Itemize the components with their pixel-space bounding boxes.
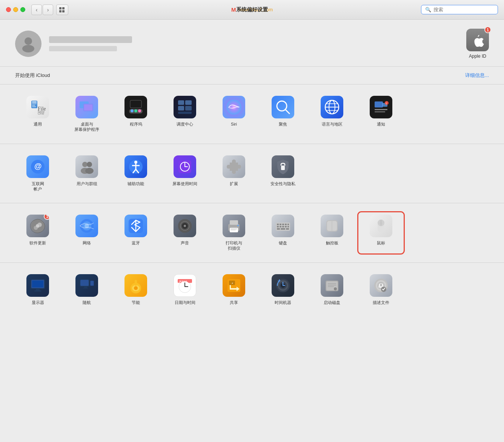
timemachine-icon (272, 274, 294, 297)
svg-rect-55 (281, 166, 285, 170)
svg-rect-101 (34, 290, 41, 292)
trackpad-icon (321, 215, 343, 237)
item-desktop[interactable]: 桌面与屏幕保护程序 (64, 94, 109, 135)
notifications-label: 通知 (377, 121, 385, 127)
item-siri[interactable]: Siri (211, 94, 257, 135)
item-keyboard[interactable]: 键盘 (260, 212, 306, 253)
svg-point-5 (22, 45, 34, 52)
accounts-icons-grid: @ 互联网帐户 用户与群组 (15, 153, 489, 194)
personal-icons-grid: File New One 通用 桌面与屏幕保护程序 (15, 94, 489, 135)
item-general[interactable]: File New One 通用 (15, 94, 60, 135)
avatar-icon (19, 34, 38, 53)
svg-rect-75 (230, 230, 236, 230)
energy-label: 节能 (132, 300, 140, 305)
item-software[interactable]: 1 软件更新 (15, 212, 60, 253)
item-spotlight[interactable]: 聚焦 (260, 94, 306, 135)
item-datetime[interactable]: JUL 18 日期与时间 (162, 272, 207, 307)
item-startup[interactable]: 启动磁盘 (309, 272, 355, 307)
svg-rect-22 (178, 100, 184, 105)
sidecar-label: 随航 (83, 300, 91, 305)
svg-rect-121 (229, 281, 235, 285)
item-mouse[interactable]: 鼠标 (358, 212, 404, 253)
item-sharing[interactable]: 共享 (211, 272, 257, 307)
back-button[interactable]: ‹ (31, 5, 42, 15)
svg-rect-38 (375, 111, 385, 112)
svg-rect-1 (62, 7, 65, 9)
sound-label: 声音 (181, 240, 189, 246)
item-users[interactable]: 用户与群组 (64, 153, 109, 194)
svg-rect-16 (84, 104, 92, 110)
item-profiles[interactable]: 描述文件 (358, 272, 404, 307)
svg-rect-107 (84, 287, 87, 288)
item-displays[interactable]: 显示器 (15, 272, 60, 307)
item-language[interactable]: 语言与地区 (309, 94, 355, 135)
profile-detail-blurred (49, 46, 117, 51)
item-extensions[interactable]: 扩展 (211, 153, 257, 194)
spotlight-icon (272, 96, 294, 118)
close-button[interactable] (6, 7, 11, 12)
users-icon (75, 155, 98, 178)
avatar[interactable] (15, 31, 41, 57)
item-notifications[interactable]: ! 通知 (358, 94, 404, 135)
svg-rect-88 (277, 228, 280, 230)
general-icon: File New One (26, 96, 49, 118)
search-icon: 🔍 (425, 7, 431, 12)
forward-button[interactable]: › (43, 5, 53, 15)
search-input[interactable] (433, 7, 494, 12)
item-screentime[interactable]: 屏幕使用时间 (162, 153, 207, 194)
timemachine-label: 时间机器 (275, 300, 291, 305)
item-sidecar[interactable]: 随航 (64, 272, 109, 307)
printers-label: 打印机与扫描仪 (226, 240, 242, 251)
item-energy[interactable]: 节能 (113, 272, 158, 307)
svg-rect-81 (285, 224, 287, 225)
svg-rect-25 (185, 106, 192, 110)
svg-rect-84 (280, 226, 281, 227)
item-printers[interactable]: 打印机与扫描仪 (211, 212, 257, 253)
network-label: 网络 (83, 240, 91, 246)
dock-icon (124, 96, 147, 118)
item-accessibility[interactable]: 辅助功能 (113, 153, 158, 194)
svg-rect-37 (375, 109, 387, 110)
svg-point-46 (85, 168, 94, 174)
grid-view-button[interactable] (56, 5, 68, 15)
users-label: 用户与群组 (77, 181, 97, 186)
item-security[interactable]: 安全性与隐私 (260, 153, 306, 194)
svg-rect-10 (32, 106, 36, 107)
svg-rect-100 (36, 289, 40, 290)
item-timemachine[interactable]: 时间机器 (260, 272, 306, 307)
svg-rect-8 (32, 103, 37, 104)
datetime-label: 日期与时间 (175, 300, 195, 305)
icloud-details-link[interactable]: 详细信息... (465, 72, 489, 79)
main-content: 1 Apple ID 开始使用 iCloud 详细信息... File (0, 20, 504, 442)
titlebar: ‹ › M www.MacZ.com 系统偏好设置 🔍 (0, 0, 504, 20)
apple-id-section[interactable]: 1 Apple ID (466, 29, 489, 59)
sharing-icon (223, 274, 245, 297)
apple-id-badge: 1 (484, 26, 491, 33)
item-sound[interactable]: 声音 (162, 212, 207, 253)
startup-icon (321, 274, 343, 297)
printers-icon (223, 215, 245, 237)
item-network[interactable]: 网络 (64, 212, 109, 253)
minimize-button[interactable] (13, 7, 18, 12)
svg-rect-26 (178, 112, 192, 114)
svg-point-48 (134, 161, 137, 164)
item-bluetooth[interactable]: 蓝牙 (113, 212, 158, 253)
notifications-icon: ! (370, 96, 392, 118)
icloud-section: 开始使用 iCloud 详细信息... (0, 67, 504, 84)
trackpad-label: 触控板 (326, 240, 338, 246)
item-trackpad[interactable]: 触控板 (309, 212, 355, 253)
svg-rect-102 (32, 281, 43, 287)
language-label: 语言与地区 (322, 121, 343, 127)
internet-label: 互联网帐户 (32, 181, 44, 192)
svg-point-59 (36, 224, 40, 228)
section-accounts: @ 互联网帐户 用户与群组 (0, 144, 504, 204)
item-internet[interactable]: @ 互联网帐户 (15, 153, 60, 194)
maximize-button[interactable] (20, 7, 25, 12)
search-box[interactable]: 🔍 (421, 5, 498, 14)
item-mission[interactable]: 调度中心 (162, 94, 207, 135)
screentime-label: 屏幕使用时间 (172, 181, 197, 186)
svg-rect-108 (83, 288, 88, 289)
svg-rect-80 (282, 224, 284, 225)
svg-rect-23 (185, 100, 192, 105)
item-dock[interactable]: 程序坞 (113, 94, 158, 135)
